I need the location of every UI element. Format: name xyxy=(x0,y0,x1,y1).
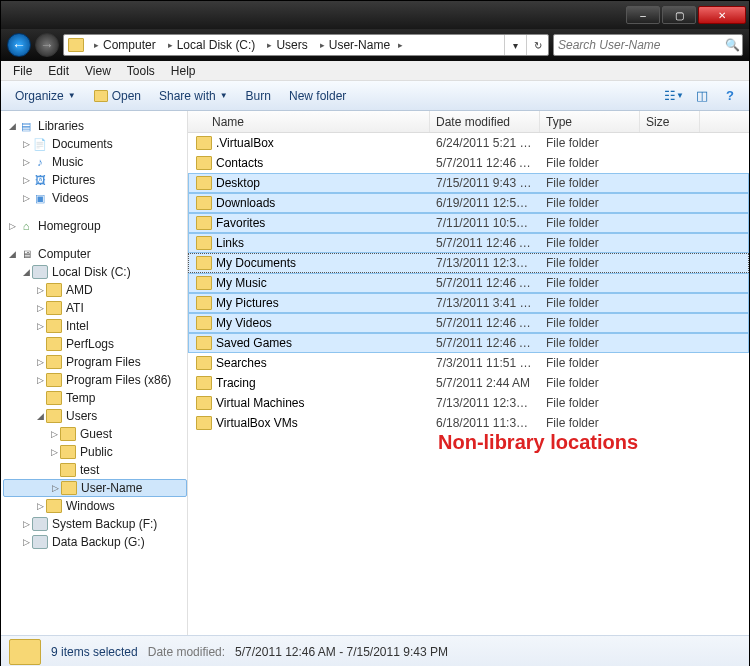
titlebar[interactable]: – ▢ ✕ xyxy=(1,1,749,29)
open-button[interactable]: Open xyxy=(86,86,149,106)
file-row[interactable]: My Documents7/13/2011 12:32 AMFile folde… xyxy=(188,253,749,273)
tree-users[interactable]: ◢Users xyxy=(3,407,187,425)
tree-databackup[interactable]: ▷Data Backup (G:) xyxy=(3,533,187,551)
breadcrumb: ▸Local Disk (C:) xyxy=(162,36,262,54)
column-headers[interactable]: Name Date modified Type Size xyxy=(188,111,749,133)
tree-videos[interactable]: ▷▣Videos xyxy=(3,189,187,207)
file-row[interactable]: My Music5/7/2011 12:46 AMFile folder xyxy=(188,273,749,293)
folder-icon xyxy=(196,416,212,430)
file-row[interactable]: Links5/7/2011 12:46 AMFile folder xyxy=(188,233,749,253)
column-date[interactable]: Date modified xyxy=(430,111,540,132)
menu-tools[interactable]: Tools xyxy=(119,62,163,80)
tree-documents[interactable]: ▷📄Documents xyxy=(3,135,187,153)
tree-folder[interactable]: ▷Guest xyxy=(3,425,187,443)
file-name: .VirtualBox xyxy=(216,136,274,150)
menu-bar: File Edit View Tools Help xyxy=(1,61,749,81)
file-date: 5/7/2011 2:44 AM xyxy=(430,376,540,390)
file-row[interactable]: Desktop7/15/2011 9:43 PMFile folder xyxy=(188,173,749,193)
file-name: Searches xyxy=(216,356,267,370)
file-type: File folder xyxy=(540,216,640,230)
file-name: Virtual Machines xyxy=(216,396,305,410)
file-date: 7/13/2011 12:32 AM xyxy=(430,256,540,270)
history-dropdown-button[interactable]: ▾ xyxy=(504,35,526,55)
search-icon[interactable]: 🔍 xyxy=(722,38,742,52)
file-row[interactable]: Saved Games5/7/2011 12:46 AMFile folder xyxy=(188,333,749,353)
file-row[interactable]: Searches7/3/2011 11:51 PMFile folder xyxy=(188,353,749,373)
column-type[interactable]: Type xyxy=(540,111,640,132)
help-button[interactable]: ? xyxy=(719,86,741,106)
tree-homegroup[interactable]: ▷⌂Homegroup xyxy=(3,217,187,235)
tree-libraries[interactable]: ◢▤Libraries xyxy=(3,117,187,135)
folder-icon xyxy=(9,639,41,665)
menu-view[interactable]: View xyxy=(77,62,119,80)
tree-folder[interactable]: ▷AMD xyxy=(3,281,187,299)
file-row[interactable]: Downloads6/19/2011 12:54 AMFile folder xyxy=(188,193,749,213)
new-folder-button[interactable]: New folder xyxy=(281,86,354,106)
file-date: 7/13/2011 3:41 PM xyxy=(430,296,540,310)
tree-folder[interactable]: ▷Program Files xyxy=(3,353,187,371)
file-date: 6/18/2011 11:36 AM xyxy=(430,416,540,430)
file-type: File folder xyxy=(540,296,640,310)
file-name: My Documents xyxy=(216,256,296,270)
forward-button[interactable]: → xyxy=(35,33,59,57)
folder-icon xyxy=(196,136,212,150)
folder-icon xyxy=(68,38,84,52)
navigation-pane[interactable]: ◢▤Libraries ▷📄Documents ▷♪Music ▷🖼Pictur… xyxy=(1,111,188,635)
details-pane: 9 items selected Date modified: 5/7/2011… xyxy=(1,635,749,666)
menu-file[interactable]: File xyxy=(5,62,40,80)
minimize-button[interactable]: – xyxy=(626,6,660,24)
file-row[interactable]: VirtualBox VMs6/18/2011 11:36 AMFile fol… xyxy=(188,413,749,433)
share-with-button[interactable]: Share with▼ xyxy=(151,86,236,106)
back-button[interactable]: ← xyxy=(7,33,31,57)
tree-folder[interactable]: ▷Public xyxy=(3,443,187,461)
file-type: File folder xyxy=(540,376,640,390)
tree-localdisk[interactable]: ◢Local Disk (C:) xyxy=(3,263,187,281)
tree-folder[interactable]: test xyxy=(3,461,187,479)
tree-folder[interactable]: ▷Intel xyxy=(3,317,187,335)
tree-folder[interactable]: ▷ATI xyxy=(3,299,187,317)
command-bar: Organize▼ Open Share with▼ Burn New fold… xyxy=(1,81,749,111)
tree-username[interactable]: ▷User-Name xyxy=(3,479,187,497)
search-box[interactable]: 🔍 xyxy=(553,34,743,56)
file-name: My Videos xyxy=(216,316,272,330)
file-row[interactable]: Virtual Machines7/13/2011 12:39 AMFile f… xyxy=(188,393,749,413)
folder-icon xyxy=(196,156,212,170)
file-date: 5/7/2011 12:46 AM xyxy=(430,236,540,250)
menu-help[interactable]: Help xyxy=(163,62,204,80)
file-list-pane[interactable]: Name Date modified Type Size .VirtualBox… xyxy=(188,111,749,635)
address-bar[interactable]: ▸Computer ▸Local Disk (C:) ▸Users ▸User-… xyxy=(63,34,549,56)
tree-folder[interactable]: ▷Windows xyxy=(3,497,187,515)
tree-folder[interactable]: Temp xyxy=(3,389,187,407)
column-size[interactable]: Size xyxy=(640,111,700,132)
file-row[interactable]: My Videos5/7/2011 12:46 AMFile folder xyxy=(188,313,749,333)
file-row[interactable]: Tracing5/7/2011 2:44 AMFile folder xyxy=(188,373,749,393)
file-row[interactable]: Favorites7/11/2011 10:54 AMFile folder xyxy=(188,213,749,233)
folder-icon xyxy=(196,356,212,370)
tree-music[interactable]: ▷♪Music xyxy=(3,153,187,171)
file-date: 6/24/2011 5:21 PM xyxy=(430,136,540,150)
file-type: File folder xyxy=(540,396,640,410)
tree-computer[interactable]: ◢🖥Computer xyxy=(3,245,187,263)
organize-button[interactable]: Organize▼ xyxy=(7,86,84,106)
preview-pane-button[interactable]: ◫ xyxy=(691,86,713,106)
tree-folder[interactable]: PerfLogs xyxy=(3,335,187,353)
file-row[interactable]: Contacts5/7/2011 12:46 AMFile folder xyxy=(188,153,749,173)
file-row[interactable]: .VirtualBox6/24/2011 5:21 PMFile folder xyxy=(188,133,749,153)
burn-button[interactable]: Burn xyxy=(238,86,279,106)
file-date: 5/7/2011 12:46 AM xyxy=(430,156,540,170)
maximize-button[interactable]: ▢ xyxy=(662,6,696,24)
tree-folder[interactable]: ▷Program Files (x86) xyxy=(3,371,187,389)
column-name[interactable]: Name xyxy=(188,111,430,132)
view-options-button[interactable]: ☷ ▼ xyxy=(663,86,685,106)
file-name: Contacts xyxy=(216,156,263,170)
tree-pictures[interactable]: ▷🖼Pictures xyxy=(3,171,187,189)
menu-edit[interactable]: Edit xyxy=(40,62,77,80)
search-input[interactable] xyxy=(554,38,722,52)
folder-icon xyxy=(196,336,212,350)
tree-systembackup[interactable]: ▷System Backup (F:) xyxy=(3,515,187,533)
refresh-button[interactable]: ↻ xyxy=(526,35,548,55)
file-row[interactable]: My Pictures7/13/2011 3:41 PMFile folder xyxy=(188,293,749,313)
file-type: File folder xyxy=(540,236,640,250)
close-button[interactable]: ✕ xyxy=(698,6,746,24)
breadcrumb: ▸Users xyxy=(261,36,313,54)
